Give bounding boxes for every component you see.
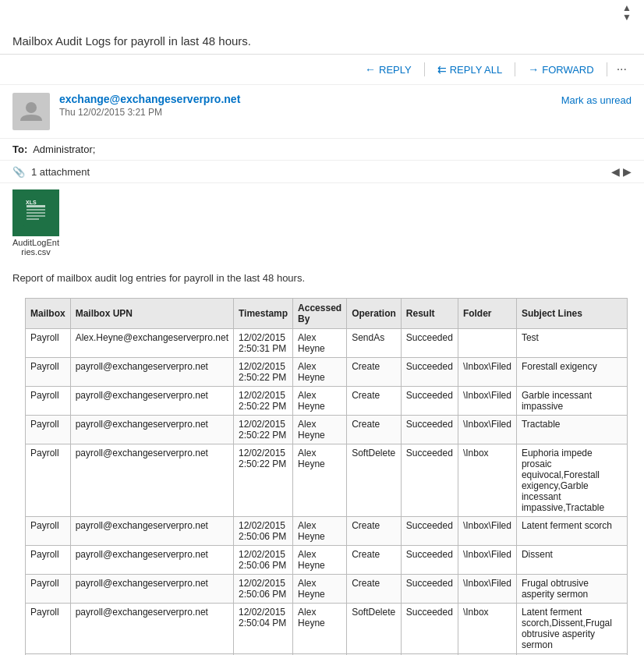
table-cell: payroll@exchangeserverpro.net <box>70 575 233 604</box>
table-header-row: MailboxMailbox UPNTimestampAccessed ByOp… <box>26 299 628 329</box>
table-row: Payrollpayroll@exchangeserverpro.net12/0… <box>26 575 628 604</box>
table-cell: payroll@exchangeserverpro.net <box>70 444 233 517</box>
table-cell: SoftDelete <box>347 444 402 517</box>
table-cell: Create <box>347 416 402 444</box>
svg-rect-6 <box>27 218 39 220</box>
table-cell: Test <box>516 329 627 358</box>
table-cell: payroll@exchangeserverpro.net <box>70 546 233 575</box>
table-column-header: Accessed By <box>293 299 347 329</box>
table-cell <box>458 329 516 358</box>
table-cell: \Inbox\Filed <box>458 358 516 387</box>
table-cell: payroll@exchangeserverpro.net <box>70 517 233 546</box>
table-cell: 12/02/2015 2:50:22 PM <box>233 387 292 416</box>
table-cell: 12/02/2015 2:50:22 PM <box>233 444 292 517</box>
table-cell: Payroll <box>26 329 71 358</box>
table-cell: SoftDelete <box>347 604 402 654</box>
table-cell: \Inbox <box>458 444 516 517</box>
table-row: PayrollAlex.Heyne@exchangeserverpro.net1… <box>26 329 628 358</box>
avatar <box>12 93 50 130</box>
attachment-icon-box[interactable]: XLS <box>12 189 59 236</box>
sender-email[interactable]: exchange@exchangeserverpro.net <box>59 93 632 105</box>
attachment-bar: 📎 1 attachment ◀ ▶ <box>0 161 644 183</box>
mark-unread-button[interactable]: Mark as unread <box>561 94 632 106</box>
reply-all-icon: ⇇ <box>437 63 447 76</box>
table-cell: Create <box>347 546 402 575</box>
reply-all-button[interactable]: ⇇ REPLY ALL <box>430 60 510 79</box>
svg-text:XLS: XLS <box>26 200 37 205</box>
sender-date: Thu 12/02/2015 3:21 PM <box>59 107 632 118</box>
reply-button[interactable]: ← REPLY <box>357 60 419 79</box>
svg-point-0 <box>26 102 37 113</box>
table-cell: Latent ferment scorch <box>516 517 627 546</box>
separator2 <box>515 62 515 76</box>
separator3 <box>607 62 607 76</box>
table-cell: Alex Heyne <box>293 575 347 604</box>
table-cell: 12/02/2015 2:50:31 PM <box>233 329 292 358</box>
separator <box>424 62 425 76</box>
table-cell: Succeeded <box>401 416 458 444</box>
to-section: To: Administrator; <box>0 139 644 161</box>
attachment-thumbnail[interactable]: XLS AuditLogEntries.csv <box>12 189 59 257</box>
table-cell: Euphoria impede prosaic equivocal,Forest… <box>516 444 627 517</box>
table-cell: \Inbox\Filed <box>458 575 516 604</box>
table-column-header: Subject Lines <box>516 299 627 329</box>
table-cell: Alex Heyne <box>293 604 347 654</box>
table-cell: Succeeded <box>401 604 458 654</box>
table-cell: Payroll <box>26 387 71 416</box>
table-column-header: Timestamp <box>233 299 292 329</box>
table-cell: Succeeded <box>401 329 458 358</box>
paperclip-icon: 📎 <box>12 166 25 178</box>
table-cell: Succeeded <box>401 358 458 387</box>
audit-log-table-wrapper: MailboxMailbox UPNTimestampAccessed ByOp… <box>0 298 644 655</box>
attachment-count: 1 attachment <box>31 166 90 178</box>
table-cell: Payroll <box>26 604 71 654</box>
table-cell: Alex Heyne <box>293 387 347 416</box>
forward-arrow-icon: → <box>528 63 539 76</box>
email-body: Report of mailbox audit log entries for … <box>0 263 644 298</box>
table-column-header: Mailbox <box>26 299 71 329</box>
table-cell: Alex Heyne <box>293 416 347 444</box>
table-cell: Succeeded <box>401 517 458 546</box>
table-cell: Dissent <box>516 546 627 575</box>
table-cell: Create <box>347 517 402 546</box>
table-cell: Payroll <box>26 575 71 604</box>
svg-rect-4 <box>27 212 45 214</box>
table-cell: Forestall exigency <box>516 358 627 387</box>
table-cell: Payroll <box>26 358 71 387</box>
table-cell: 12/02/2015 2:50:06 PM <box>233 517 292 546</box>
table-cell: Payroll <box>26 546 71 575</box>
audit-log-table: MailboxMailbox UPNTimestampAccessed ByOp… <box>25 298 628 655</box>
table-cell: Frugal obtrusive asperity sermon <box>516 575 627 604</box>
table-cell: Tractable <box>516 416 627 444</box>
attachment-next-icon[interactable]: ▶ <box>623 165 632 178</box>
table-cell: 12/02/2015 2:50:04 PM <box>233 604 292 654</box>
table-cell: \Inbox\Filed <box>458 387 516 416</box>
table-cell: payroll@exchangeserverpro.net <box>70 604 233 654</box>
table-cell: Garble incessant impassive <box>516 387 627 416</box>
table-row: Payrollpayroll@exchangeserverpro.net12/0… <box>26 416 628 444</box>
svg-rect-3 <box>27 209 45 211</box>
sender-section: exchange@exchangeserverpro.net Thu 12/02… <box>0 85 644 139</box>
table-cell: Succeeded <box>401 444 458 517</box>
scroll-up-icon[interactable]: ▲▼ <box>622 3 632 22</box>
table-cell: Succeeded <box>401 546 458 575</box>
attachment-navigation: ◀ ▶ <box>611 165 632 178</box>
table-cell: Payroll <box>26 444 71 517</box>
table-row: Payrollpayroll@exchangeserverpro.net12/0… <box>26 604 628 654</box>
table-column-header: Mailbox UPN <box>70 299 233 329</box>
table-cell: Create <box>347 575 402 604</box>
email-title-bar: Mailbox Audit Logs for payroll in last 4… <box>0 22 644 55</box>
table-cell: \Inbox <box>458 604 516 654</box>
table-row: Payrollpayroll@exchangeserverpro.net12/0… <box>26 517 628 546</box>
attachment-prev-icon[interactable]: ◀ <box>611 165 620 178</box>
more-options-button[interactable]: ··· <box>612 59 632 80</box>
table-row: Payrollpayroll@exchangeserverpro.net12/0… <box>26 444 628 517</box>
forward-button[interactable]: → FORWARD <box>520 60 601 79</box>
table-column-header: Result <box>401 299 458 329</box>
table-cell: SendAs <box>347 329 402 358</box>
sender-info: exchange@exchangeserverpro.net Thu 12/02… <box>59 93 632 118</box>
table-cell: Succeeded <box>401 575 458 604</box>
table-row: Payrollpayroll@exchangeserverpro.net12/0… <box>26 387 628 416</box>
table-cell: Payroll <box>26 517 71 546</box>
attachment-filename: AuditLogEntries.csv <box>12 238 59 257</box>
